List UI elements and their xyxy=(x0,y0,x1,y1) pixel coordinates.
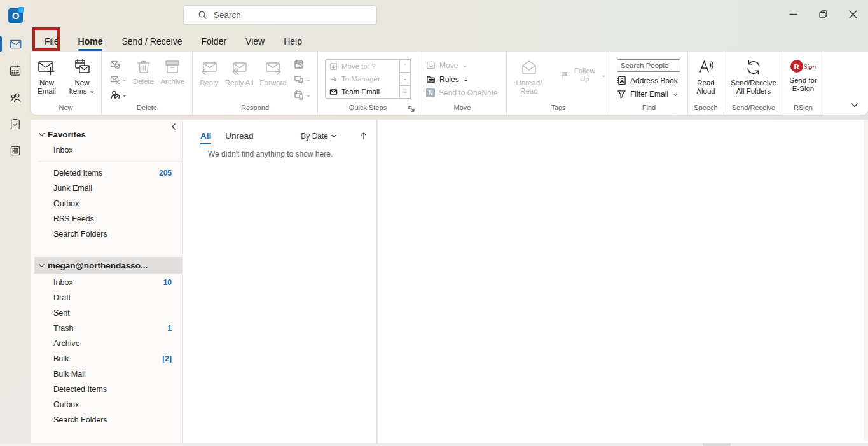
ribbon-spacer xyxy=(823,52,868,115)
folder-item-inbox[interactable]: Inbox xyxy=(31,143,182,158)
dialog-launcher-icon xyxy=(408,106,415,112)
folder-item-rss-feeds[interactable]: RSS Feeds xyxy=(31,211,182,226)
archive-button[interactable]: Archive xyxy=(157,55,188,88)
move-button[interactable]: Move⌄ xyxy=(426,60,498,70)
read-aloud-button[interactable]: Read Aloud xyxy=(688,55,724,98)
favorites-list: InboxDeleted Items205Junk EmailOutboxRSS… xyxy=(31,143,182,242)
ribbon-tabs: File Home Send / Receive Folder View Hel… xyxy=(31,31,310,52)
quick-step-move-to[interactable]: Move to: ? xyxy=(326,60,399,73)
folder-item-label: Deleted Items xyxy=(53,169,159,178)
tab-send-receive[interactable]: Send / Receive xyxy=(113,34,190,49)
restore-button[interactable] xyxy=(808,0,838,28)
forward-button[interactable]: Forward xyxy=(257,55,290,90)
collapse-folder-pane-button[interactable] xyxy=(170,123,177,130)
apps-grid-icon xyxy=(9,144,22,157)
folder-item-archive[interactable]: Archive xyxy=(31,336,182,351)
ribbon-group-move: Move⌄ Rules⌄ N Send to OneNote Move xyxy=(418,52,507,115)
quick-steps-more[interactable]: ⍗ xyxy=(400,86,411,99)
rules-button[interactable]: Rules⌄ xyxy=(426,74,498,84)
folder-item-bulk[interactable]: Bulk[2] xyxy=(31,351,182,366)
delete-button[interactable]: Delete xyxy=(130,55,157,88)
search-icon xyxy=(198,10,207,20)
outlook-logo-icon: O xyxy=(8,8,23,23)
folder-item-search-folders[interactable]: Search Folders xyxy=(31,226,182,242)
tab-view[interactable]: View xyxy=(237,34,273,49)
folder-item-outbox[interactable]: Outbox xyxy=(31,397,182,412)
close-button[interactable] xyxy=(838,0,868,28)
vertical-scrollbar[interactable] xyxy=(864,120,868,441)
quick-steps-scroll-up[interactable]: ⌃ xyxy=(400,59,411,73)
favorites-header[interactable]: Favorites xyxy=(31,126,182,143)
reply-all-button[interactable]: Reply All xyxy=(222,55,257,90)
rail-mail-button[interactable] xyxy=(0,31,31,57)
quick-steps-dialog-launcher[interactable] xyxy=(408,106,415,112)
quick-step-team-email[interactable]: Team Email xyxy=(326,85,399,98)
folder-divider xyxy=(38,161,182,162)
address-book-button[interactable]: Address Book xyxy=(617,76,680,85)
minimize-button[interactable] xyxy=(778,0,808,28)
search-input[interactable] xyxy=(214,10,360,20)
folder-item-trash[interactable]: Trash1 xyxy=(31,321,182,336)
reply-all-label: Reply All xyxy=(225,79,254,87)
sort-direction-button[interactable] xyxy=(360,132,368,145)
clean-up-button[interactable]: ⌄ xyxy=(110,74,127,85)
reply-icon xyxy=(200,58,219,77)
meeting-button[interactable] xyxy=(294,59,311,69)
folder-item-draft[interactable]: Draft xyxy=(31,290,182,305)
send-for-esign-button[interactable]: RSign Send for E-Sign xyxy=(783,55,823,95)
folder-item-search-folders[interactable]: Search Folders xyxy=(31,412,182,428)
tab-help[interactable]: Help xyxy=(275,34,310,49)
more-respond-button[interactable]: ⌄ xyxy=(294,90,311,100)
follow-up-button[interactable]: Follow Up ⌄ xyxy=(558,64,610,86)
rail-apps-button[interactable] xyxy=(0,137,31,164)
status-bar xyxy=(0,443,868,446)
new-items-button[interactable]: New Items ⌄ xyxy=(63,55,101,98)
filter-icon xyxy=(617,89,626,99)
folder-item-label: Trash xyxy=(53,324,167,333)
send-receive-all-button[interactable]: Send/Receive All Folders xyxy=(724,55,783,98)
delete-trash-icon xyxy=(135,58,153,76)
sort-by-dropdown[interactable]: By Date xyxy=(301,132,337,146)
read-aloud-icon xyxy=(696,58,715,77)
tab-all[interactable]: All xyxy=(200,131,211,146)
search-people-input[interactable] xyxy=(617,59,680,72)
folder-item-label: Outbox xyxy=(53,400,172,409)
folder-item-bulk-mail[interactable]: Bulk Mail xyxy=(31,366,182,382)
folder-item-junk-email[interactable]: Junk Email xyxy=(31,181,182,196)
ignore-button[interactable] xyxy=(110,59,127,69)
folder-item-detected-items[interactable]: Detected Items xyxy=(31,382,182,397)
tab-home[interactable]: Home xyxy=(70,34,111,49)
tasks-icon xyxy=(9,118,22,130)
tab-unread[interactable]: Unread xyxy=(225,131,253,146)
quick-steps-gallery: Move to: ? To Manager Team Email xyxy=(325,59,400,99)
rail-calendar-button[interactable] xyxy=(0,57,31,84)
account-header-label: megan@northendasso... xyxy=(48,261,148,270)
search-bar[interactable] xyxy=(183,5,377,25)
collapse-ribbon-button[interactable] xyxy=(850,101,859,109)
folder-item-label: Outbox xyxy=(53,199,172,208)
horizontal-scrollbar-thumb[interactable] xyxy=(703,443,731,446)
im-reply-button[interactable]: ⌄ xyxy=(294,74,311,85)
tab-folder[interactable]: Folder xyxy=(193,34,235,49)
ribbon-group-rsign: RSign Send for E-Sign RSign xyxy=(783,52,823,115)
window-controls xyxy=(778,0,868,31)
quick-step-to-manager[interactable]: To Manager xyxy=(326,73,399,85)
new-email-button[interactable]: New Email xyxy=(31,55,63,98)
folder-item-sent[interactable]: Sent xyxy=(31,305,182,321)
send-to-onenote-button[interactable]: N Send to OneNote xyxy=(426,88,498,97)
folder-item-label: Sent xyxy=(53,309,172,317)
tab-file[interactable]: File xyxy=(36,34,67,49)
reply-button[interactable]: Reply xyxy=(196,55,222,90)
block-sender-button[interactable]: ⌄ xyxy=(110,90,127,100)
send-receive-all-label: Send/Receive All Folders xyxy=(727,79,780,95)
folder-item-outbox[interactable]: Outbox xyxy=(31,196,182,211)
folder-item-deleted-items[interactable]: Deleted Items205 xyxy=(31,165,182,181)
rail-people-button[interactable] xyxy=(0,84,31,111)
rail-tasks-button[interactable] xyxy=(0,111,31,137)
quick-steps-scroll-down[interactable]: ⌄ xyxy=(400,73,411,85)
read-aloud-label: Read Aloud xyxy=(691,79,720,95)
filter-email-button[interactable]: Filter Email⌄ xyxy=(617,89,680,99)
account-header[interactable]: megan@northendasso... xyxy=(34,257,182,274)
unread-read-button[interactable]: Unread/ Read xyxy=(507,55,551,98)
folder-item-inbox[interactable]: Inbox10 xyxy=(31,275,182,290)
